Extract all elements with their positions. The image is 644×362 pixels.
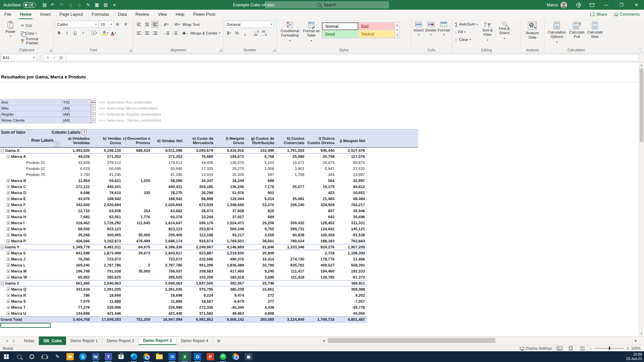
merge-center-button[interactable]: ▣↔Merge & Center▾ bbox=[181, 30, 221, 37]
fill-button[interactable]: ↓Fill▾ bbox=[454, 28, 479, 35]
pivot-row-marca-e[interactable]: +Marca E43,976188,942188,94268,898120,04… bbox=[0, 196, 366, 202]
tab-page-layout[interactable]: Page Layout bbox=[55, 10, 87, 19]
expand-icon[interactable]: + bbox=[7, 209, 10, 213]
scroll-down-icon[interactable]: ▼ bbox=[639, 331, 644, 336]
horizontal-scroll-thumb[interactable] bbox=[328, 338, 495, 343]
align-right-icon[interactable] bbox=[151, 29, 159, 37]
store-icon[interactable] bbox=[115, 351, 127, 362]
style-neutral[interactable]: Neutral bbox=[358, 30, 394, 38]
zoom-level[interactable]: 100% bbox=[631, 346, 641, 350]
undo-icon[interactable]: ↶▾ bbox=[49, 1, 57, 9]
sheet-tab-demo-report-4[interactable]: Demo Report 4 bbox=[176, 337, 213, 345]
number-dialog-launcher-icon[interactable] bbox=[273, 49, 276, 52]
expand-icon[interactable]: + bbox=[7, 300, 10, 303]
style-bad[interactable]: Bad bbox=[358, 22, 394, 30]
sort-filter-button[interactable]: AZ Sort & Filter▾ bbox=[480, 21, 496, 42]
clipboard-dialog-launcher-icon[interactable] bbox=[49, 49, 52, 52]
save-icon[interactable]: ▤ bbox=[41, 1, 49, 9]
collapse-icon[interactable]: − bbox=[1, 245, 4, 249]
comments-button[interactable]: Comments bbox=[614, 12, 640, 17]
normal-view-button[interactable] bbox=[555, 346, 564, 351]
pivot-row-marca-c[interactable]: +Marca C172,122440,431440,431304,185136,… bbox=[0, 184, 366, 190]
delete-cells-button[interactable]: ✕ Delete▾ bbox=[425, 21, 436, 36]
expand-icon[interactable]: + bbox=[7, 239, 10, 243]
insert-function-icon[interactable]: fx bbox=[60, 55, 63, 60]
analyze-data-button[interactable]: Analyze Data bbox=[523, 21, 542, 40]
tab-file[interactable]: File bbox=[0, 10, 15, 19]
teams-icon[interactable]: T bbox=[102, 351, 115, 362]
pivot-row-marca-t[interactable]: +Marca T77,276226,996226,996272,336-45,3… bbox=[0, 304, 366, 310]
formula-input[interactable] bbox=[66, 54, 639, 61]
cut-button[interactable]: ✂Cut bbox=[20, 22, 52, 29]
alignment-dialog-launcher-icon[interactable] bbox=[219, 49, 222, 52]
start-icon[interactable] bbox=[0, 351, 13, 362]
tab-help[interactable]: Help bbox=[171, 10, 189, 19]
close-button[interactable]: ✕ bbox=[629, 0, 644, 10]
minimize-button[interactable]: — bbox=[599, 0, 614, 10]
calculate-full-button[interactable]: ! Calculate Full bbox=[568, 21, 586, 39]
filter-dropdown-icon[interactable]: ▾ bbox=[91, 112, 96, 117]
pivot-row-gama-y[interactable]: −Gama Y1,349,7786,461,01164,6756,396,336… bbox=[0, 244, 366, 250]
sheet-tab-db-cubo[interactable]: DB_Cubo bbox=[39, 337, 66, 345]
sheet-nav-left-icon[interactable]: ◂ bbox=[6, 339, 8, 343]
tab-view[interactable]: View bbox=[154, 10, 171, 19]
format-cells-button[interactable]: Format▾ bbox=[437, 21, 450, 36]
font-name-combo[interactable]: Calibri▾ bbox=[55, 21, 98, 28]
expand-icon[interactable]: + bbox=[7, 233, 10, 237]
pivot-row-marca-i[interactable]: +Marca I318,4621,726,292111,6451,614,647… bbox=[0, 220, 366, 226]
pivot-row-marca-r[interactable]: +Marca R78618,69818,6989,2249,4742729,20… bbox=[0, 292, 366, 298]
wrap-text-button[interactable]: ab↵Wrap Text bbox=[173, 21, 201, 28]
expand-icon[interactable]: + bbox=[7, 215, 10, 219]
sheet-nav-right-icon[interactable]: ▸ bbox=[13, 339, 15, 343]
pivot-row-grand-total[interactable]: Grand Total3,404,75817,699,203751,20916,… bbox=[0, 316, 366, 322]
expand-icon[interactable]: + bbox=[7, 294, 10, 297]
format-as-table-button[interactable]: Format as Table▾ bbox=[302, 21, 321, 43]
pivot-row-marca-m[interactable]: +Marca M196,708791,03835,000756,037338,5… bbox=[0, 268, 366, 274]
italic-button[interactable]: I bbox=[63, 29, 71, 37]
decrease-font-icon[interactable]: Aˇ bbox=[122, 21, 130, 28]
pivot-row-marca-e[interactable]: +Marca E841,5981,873,49029,6731,843,8176… bbox=[0, 250, 366, 256]
edit-icon[interactable]: ✎ bbox=[84, 1, 92, 9]
selected-cell[interactable] bbox=[0, 323, 51, 328]
scroll-left-icon[interactable]: ◀ bbox=[321, 339, 326, 342]
calculation-options-button[interactable]: Calculation Options▾ bbox=[546, 21, 568, 44]
styles-scroll-up-icon[interactable]: ▲ bbox=[395, 22, 399, 27]
powerpoint-icon[interactable]: P bbox=[204, 351, 217, 362]
expand-icon[interactable]: + bbox=[7, 288, 10, 291]
pivot-row-gama-z[interactable]: −Gama Z561,4602,040,0632,040,0631,647,50… bbox=[0, 280, 366, 286]
page-break-view-button[interactable] bbox=[578, 346, 586, 351]
percent-style-button[interactable]: % bbox=[233, 29, 240, 37]
pen-app-icon[interactable]: ✎ bbox=[51, 351, 64, 362]
align-middle-icon[interactable] bbox=[143, 21, 151, 28]
pivot-row-marca-a[interactable]: −Marca A44,026271,352271,35276,680194,67… bbox=[0, 154, 366, 160]
filter-dropdown-icon[interactable]: ▾ bbox=[91, 106, 96, 111]
pivot-row-marca-j[interactable]: +Marca J76,280723,072723,072232,696490,3… bbox=[0, 256, 366, 262]
pivot-row-marca-l[interactable]: +Marca L169,2402,787,78622,787,785951,29… bbox=[0, 262, 366, 268]
chrome-icon[interactable] bbox=[140, 351, 153, 362]
comma-style-button[interactable]: , bbox=[241, 29, 249, 37]
horizontal-scrollbar[interactable]: ◀ ▶ bbox=[321, 336, 639, 345]
align-center-icon[interactable] bbox=[143, 29, 151, 37]
expand-icon[interactable]: + bbox=[7, 269, 10, 273]
clear-button[interactable]: ◇Clear▾ bbox=[454, 36, 479, 43]
sheet-tab-notas[interactable]: Notas bbox=[19, 337, 39, 345]
fill-color-button[interactable]: ▾ bbox=[102, 29, 109, 37]
increase-indent-icon[interactable]: → bbox=[170, 29, 178, 37]
accounting-format-button[interactable]: $▾ bbox=[225, 29, 232, 37]
tab-formulas[interactable]: Formulas bbox=[87, 10, 113, 19]
expand-icon[interactable]: + bbox=[7, 263, 10, 267]
share-button[interactable]: Share bbox=[590, 12, 607, 17]
style-good[interactable]: Good bbox=[322, 30, 358, 38]
browser-icon[interactable] bbox=[229, 351, 242, 362]
increase-font-icon[interactable]: A^ bbox=[114, 21, 122, 28]
task-view-icon[interactable] bbox=[38, 351, 51, 362]
tab-home[interactable]: Home bbox=[15, 10, 36, 19]
collapse-ribbon-icon[interactable]: ⌃̲ bbox=[639, 48, 641, 51]
scroll-up-icon[interactable]: ▲ bbox=[639, 62, 644, 68]
zoom-in-button[interactable]: + bbox=[627, 346, 629, 350]
display-settings-button[interactable]: Display Settings bbox=[520, 346, 552, 350]
decrease-decimal-button[interactable]: .00→.0 bbox=[260, 29, 268, 37]
sheet-tab-demo-report-1[interactable]: Demo Report 1 bbox=[66, 337, 102, 345]
edge-icon[interactable] bbox=[127, 351, 140, 362]
pivot-row-marca-s[interactable]: +Marca S7,07611,88811,88818,567-6,679377… bbox=[0, 298, 366, 304]
